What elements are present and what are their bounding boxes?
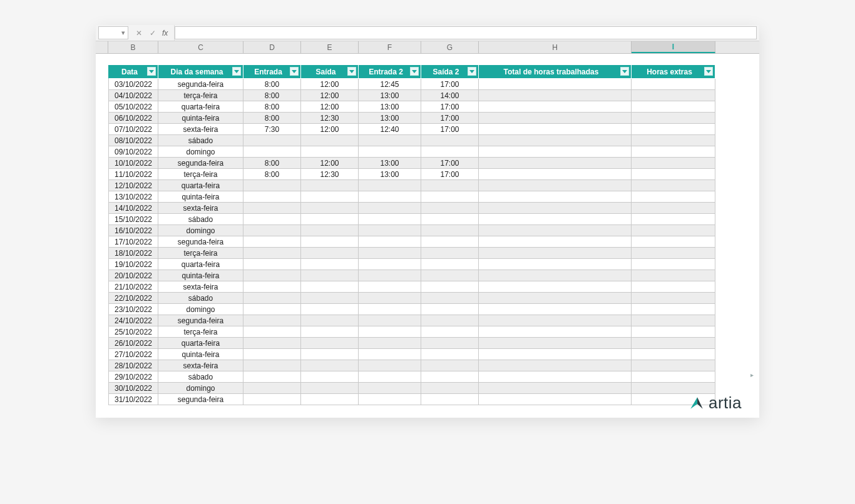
cell-dia[interactable]: terça-feira — [158, 326, 243, 338]
th-dia-da-semana[interactable]: Dia da semana — [158, 65, 243, 79]
cell-e2[interactable] — [359, 225, 421, 236]
cell-e1[interactable] — [243, 270, 301, 281]
cell-s1[interactable] — [301, 248, 359, 259]
name-box[interactable]: ▾ — [98, 26, 128, 39]
cell-dia[interactable]: domingo — [158, 383, 243, 394]
cell-total[interactable] — [479, 124, 632, 135]
cell-total[interactable] — [479, 293, 632, 304]
cell-dia[interactable]: quinta-feira — [158, 349, 243, 360]
cell-e2[interactable] — [359, 326, 421, 338]
cell-extra[interactable] — [632, 79, 715, 90]
cell-dia[interactable]: quinta-feira — [158, 113, 243, 124]
cell-s2[interactable] — [421, 259, 479, 270]
cell-e2[interactable] — [359, 293, 421, 304]
cell-extra[interactable] — [632, 259, 715, 270]
filter-dropdown-icon[interactable] — [410, 67, 419, 76]
cell-e2[interactable] — [359, 304, 421, 315]
cell-s2[interactable] — [421, 293, 479, 304]
cell-dia[interactable]: segunda-feira — [158, 158, 243, 169]
select-all-corner[interactable] — [96, 41, 108, 53]
cell-dia[interactable]: sexta-feira — [158, 203, 243, 214]
th-saida-2[interactable]: Saída 2 — [421, 65, 479, 79]
cell-dia[interactable]: quinta-feira — [158, 270, 243, 281]
cell-dia[interactable]: domingo — [158, 225, 243, 236]
cell-s1[interactable] — [301, 270, 359, 281]
th-entrada-2[interactable]: Entrada 2 — [359, 65, 421, 79]
cell-s1[interactable]: 12:00 — [301, 101, 359, 113]
cell-s1[interactable] — [301, 214, 359, 225]
cell-dia[interactable]: terça-feira — [158, 169, 243, 180]
cell-total[interactable] — [479, 315, 632, 326]
cell-e2[interactable] — [359, 214, 421, 225]
cell-extra[interactable] — [632, 158, 715, 169]
cell-e1[interactable]: 8:00 — [243, 158, 301, 169]
cell-total[interactable] — [479, 281, 632, 293]
cell-e1[interactable] — [243, 236, 301, 248]
cell-extra[interactable] — [632, 180, 715, 191]
cell-s1[interactable]: 12:30 — [301, 169, 359, 180]
cell-e2[interactable] — [359, 383, 421, 394]
cell-e2[interactable] — [359, 191, 421, 203]
cell-e2[interactable]: 13:00 — [359, 113, 421, 124]
cell-data[interactable]: 24/10/2022 — [108, 315, 158, 326]
cell-total[interactable] — [479, 394, 632, 405]
filter-dropdown-icon[interactable] — [704, 67, 713, 76]
cell-e1[interactable] — [243, 146, 301, 158]
scroll-arrow-icon[interactable]: ▸ — [750, 371, 757, 378]
cell-data[interactable]: 08/10/2022 — [108, 135, 158, 146]
cell-data[interactable]: 27/10/2022 — [108, 349, 158, 360]
filter-dropdown-icon[interactable] — [347, 67, 356, 76]
cell-total[interactable] — [479, 326, 632, 338]
cell-dia[interactable]: quinta-feira — [158, 191, 243, 203]
cell-data[interactable]: 03/10/2022 — [108, 79, 158, 90]
filter-dropdown-icon[interactable] — [620, 67, 629, 76]
cell-s2[interactable] — [421, 203, 479, 214]
cell-e1[interactable] — [243, 326, 301, 338]
cell-s2[interactable] — [421, 360, 479, 371]
cell-s2[interactable] — [421, 338, 479, 349]
cell-total[interactable] — [479, 79, 632, 90]
cell-e1[interactable] — [243, 360, 301, 371]
cell-e2[interactable] — [359, 203, 421, 214]
cell-e1[interactable] — [243, 293, 301, 304]
cell-s1[interactable]: 12:00 — [301, 124, 359, 135]
cell-s1[interactable]: 12:00 — [301, 158, 359, 169]
cell-total[interactable] — [479, 90, 632, 101]
cell-e2[interactable] — [359, 259, 421, 270]
cell-extra[interactable] — [632, 281, 715, 293]
cell-total[interactable] — [479, 248, 632, 259]
cell-dia[interactable]: sábado — [158, 135, 243, 146]
cell-data[interactable]: 19/10/2022 — [108, 259, 158, 270]
cell-e1[interactable]: 8:00 — [243, 90, 301, 101]
cell-extra[interactable] — [632, 113, 715, 124]
cell-data[interactable]: 23/10/2022 — [108, 304, 158, 315]
th-entrada[interactable]: Entrada — [243, 65, 301, 79]
cell-s2[interactable] — [421, 371, 479, 383]
cell-extra[interactable] — [632, 225, 715, 236]
cell-extra[interactable] — [632, 371, 715, 383]
cell-e1[interactable]: 8:00 — [243, 101, 301, 113]
cell-e1[interactable] — [243, 383, 301, 394]
cell-s2[interactable]: 17:00 — [421, 158, 479, 169]
cell-data[interactable]: 30/10/2022 — [108, 383, 158, 394]
column-header-B[interactable]: B — [108, 41, 158, 53]
cell-total[interactable] — [479, 191, 632, 203]
cell-data[interactable]: 26/10/2022 — [108, 338, 158, 349]
column-header-C[interactable]: C — [158, 41, 243, 53]
th-data[interactable]: Data — [108, 65, 158, 79]
cell-total[interactable] — [479, 146, 632, 158]
cell-e2[interactable] — [359, 180, 421, 191]
cell-e2[interactable]: 13:00 — [359, 90, 421, 101]
cell-e1[interactable] — [243, 225, 301, 236]
cell-s1[interactable] — [301, 259, 359, 270]
cell-extra[interactable] — [632, 135, 715, 146]
cell-data[interactable]: 12/10/2022 — [108, 180, 158, 191]
cell-data[interactable]: 04/10/2022 — [108, 90, 158, 101]
enter-formula-icon[interactable]: ✓ — [148, 29, 157, 38]
cell-s2[interactable] — [421, 135, 479, 146]
cell-data[interactable]: 25/10/2022 — [108, 326, 158, 338]
cell-s2[interactable] — [421, 225, 479, 236]
cell-extra[interactable] — [632, 315, 715, 326]
cell-data[interactable]: 16/10/2022 — [108, 225, 158, 236]
cell-s2[interactable] — [421, 270, 479, 281]
